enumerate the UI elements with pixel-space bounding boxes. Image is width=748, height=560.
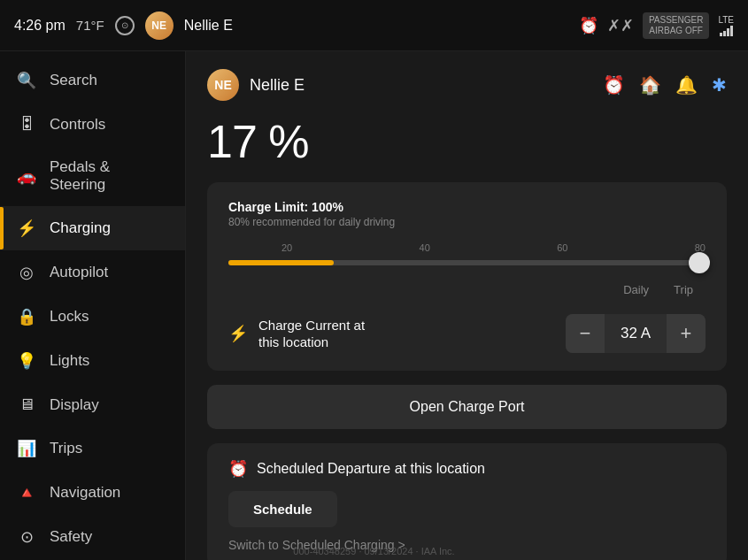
sidebar-label-autopilot: Autopilot (50, 264, 108, 281)
sidebar-label-locks: Locks (50, 308, 89, 326)
scheduled-title-text: Scheduled Departure at this location (257, 461, 485, 477)
main-content: NE Nellie E ⏰ 🏠 🔔 ✱ 17 % Charge Limit: 1… (186, 51, 748, 560)
slider-thumb[interactable] (689, 252, 710, 273)
sidebar-label-display: Display (50, 396, 99, 414)
display-icon: 🖥 (16, 395, 37, 414)
sidebar-label-trips: Trips (50, 440, 82, 457)
sidebar-item-lights[interactable]: 💡 Lights (0, 339, 185, 383)
sidebar-label-lights: Lights (50, 352, 89, 370)
safety-icon: ⊙ (16, 527, 37, 547)
sidebar-label-search: Search (50, 72, 97, 89)
navigation-icon: 🔺 (16, 483, 37, 502)
alarm-icon: ⏰ (579, 16, 598, 35)
charge-current-row: ⚡ Charge Current atthis location − 32 A … (228, 314, 706, 353)
battery-percent: 17 % (207, 115, 727, 168)
lte-signal: LTE (718, 15, 734, 36)
status-username: Nellie E (184, 18, 233, 34)
daily-trip-tabs: Daily Trip (228, 280, 706, 300)
daily-tab[interactable]: Daily (611, 280, 661, 300)
plug-icon: ⚡ (228, 324, 248, 343)
charge-current-label: Charge Current atthis location (258, 317, 566, 351)
sidebar-label-controls: Controls (50, 116, 105, 134)
sidebar-item-search[interactable]: 🔍 Search (0, 58, 185, 103)
charging-icon: ⚡ (16, 219, 37, 238)
seatbelt-icon: ✗✗ (607, 16, 634, 35)
sidebar-item-pedals-steering[interactable]: 🚗 Pedals & Steering (0, 146, 185, 206)
status-time: 4:26 pm (14, 18, 66, 34)
charge-current-control: − 32 A + (566, 314, 706, 353)
content-icons: ⏰ 🏠 🔔 ✱ (603, 74, 727, 96)
trip-tab[interactable]: Trip (661, 280, 706, 300)
charge-limit-title: Charge Limit: 100% (228, 200, 706, 214)
status-right: ⏰ ✗✗ PASSENGERAIRBAG OFF LTE (579, 12, 734, 39)
sidebar-item-trips[interactable]: 📊 Trips (0, 426, 185, 471)
content-username: Nellie E (250, 76, 305, 95)
sidebar-item-controls[interactable]: 🎛 Controls (0, 103, 185, 146)
footer-watermark: 000-40348259 · 09/13/2024 · IAA Inc. (293, 546, 454, 556)
charge-panel: Charge Limit: 100% 80% recommended for d… (207, 182, 727, 371)
airbag-badge: PASSENGERAIRBAG OFF (643, 12, 710, 39)
sidebar-label-navigation: Navigation (50, 484, 120, 502)
sidebar-item-display[interactable]: 🖥 Display (0, 383, 185, 426)
charge-limit-subtitle: 80% recommended for daily driving (228, 216, 706, 228)
schedule-button[interactable]: Schedule (228, 491, 337, 527)
content-avatar: NE (207, 69, 239, 101)
locks-icon: 🔒 (16, 307, 37, 326)
trips-icon: 📊 (16, 439, 37, 458)
alarm-content-icon: ⏰ (603, 74, 625, 96)
status-temp: 71°F (76, 18, 104, 33)
sidebar: 🔍 Search 🎛 Controls 🚗 Pedals & Steering … (0, 51, 186, 560)
bell-icon: 🔔 (675, 74, 698, 96)
sidebar-item-autopilot[interactable]: ◎ Autopilot (0, 250, 185, 295)
sidebar-item-navigation[interactable]: 🔺 Navigation (0, 471, 185, 515)
slider-fill (228, 260, 334, 265)
status-avatar: NE (145, 12, 174, 40)
sidebar-item-safety[interactable]: ⊙ Safety (0, 515, 185, 559)
controls-icon: 🎛 (16, 115, 37, 134)
slider-label-60: 60 (557, 242, 567, 253)
sidebar-label-safety: Safety (50, 528, 92, 546)
scheduled-section: ⏰ Scheduled Departure at this location S… (207, 443, 727, 560)
house-icon: 🏠 (639, 74, 661, 96)
charge-slider-track[interactable] (228, 260, 706, 265)
clock-icon: ⏰ (228, 459, 248, 479)
sidebar-item-locks[interactable]: 🔒 Locks (0, 295, 185, 339)
increment-button[interactable]: + (667, 314, 706, 353)
slider-label-20: 20 (281, 242, 292, 253)
decrement-button[interactable]: − (566, 314, 605, 353)
open-charge-port-button[interactable]: Open Charge Port (207, 385, 727, 429)
bluetooth-icon: ✱ (712, 74, 727, 96)
sidebar-label-pedals: Pedals & Steering (50, 158, 169, 194)
sidebar-item-charging[interactable]: ⚡ Charging (0, 206, 185, 250)
charge-current-value: 32 A (605, 314, 667, 353)
status-left: 4:26 pm 71°F ⊙ NE Nellie E (14, 12, 579, 40)
content-header: NE Nellie E ⏰ 🏠 🔔 ✱ (207, 69, 727, 101)
target-icon: ⊙ (115, 16, 135, 35)
scheduled-title: ⏰ Scheduled Departure at this location (228, 459, 706, 479)
autopilot-icon: ◎ (16, 263, 37, 282)
status-bar: 4:26 pm 71°F ⊙ NE Nellie E ⏰ ✗✗ PASSENGE… (0, 0, 748, 51)
pedals-icon: 🚗 (16, 166, 37, 186)
slider-label-40: 40 (420, 242, 430, 253)
sidebar-label-charging: Charging (50, 219, 111, 237)
lights-icon: 💡 (16, 351, 37, 371)
search-icon: 🔍 (16, 71, 37, 90)
slider-labels: 20 40 60 80 (228, 242, 706, 253)
